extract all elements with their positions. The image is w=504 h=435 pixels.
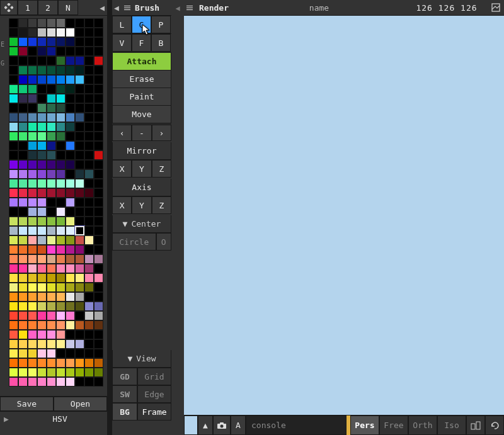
color-swatch[interactable] (66, 65, 75, 75)
color-swatch[interactable] (47, 122, 56, 132)
color-swatch[interactable] (84, 141, 94, 150)
color-swatch[interactable] (47, 37, 56, 47)
color-swatch[interactable] (94, 273, 103, 283)
color-swatch[interactable] (9, 47, 18, 56)
mirror-y-button[interactable]: Y (132, 160, 151, 178)
color-swatch[interactable] (18, 179, 28, 188)
color-swatch[interactable] (75, 217, 84, 226)
color-swatch[interactable] (28, 320, 37, 330)
color-swatch[interactable] (75, 245, 84, 254)
paint-mode-button[interactable]: Paint (112, 88, 171, 106)
color-swatch[interactable] (56, 18, 66, 28)
color-swatch[interactable] (94, 292, 103, 302)
color-swatch[interactable] (28, 330, 37, 339)
color-swatch[interactable] (66, 150, 75, 160)
color-swatch[interactable] (28, 84, 37, 94)
color-swatch[interactable] (75, 179, 84, 188)
color-swatch[interactable] (37, 122, 47, 132)
app-menu-icon[interactable] (0, 0, 18, 15)
color-swatch[interactable] (66, 358, 75, 368)
color-swatch[interactable] (47, 169, 56, 179)
color-swatch[interactable] (37, 283, 47, 292)
color-swatch[interactable] (75, 94, 84, 103)
color-swatch[interactable] (94, 132, 103, 141)
projection-orth-button[interactable]: Orth (408, 415, 437, 435)
color-swatch[interactable] (18, 283, 28, 292)
color-swatch[interactable] (84, 84, 94, 94)
color-swatch[interactable] (47, 302, 56, 311)
color-swatch[interactable] (75, 349, 84, 358)
color-swatch[interactable] (47, 65, 56, 75)
color-swatch[interactable] (28, 103, 37, 113)
view-gd-toggle[interactable]: GD (112, 368, 137, 385)
color-swatch[interactable] (28, 349, 37, 358)
color-swatch[interactable] (47, 292, 56, 302)
color-swatch[interactable] (66, 141, 75, 150)
color-swatch[interactable] (84, 377, 94, 387)
color-swatch[interactable] (84, 160, 94, 169)
color-swatch[interactable] (84, 320, 94, 330)
color-swatch[interactable] (56, 254, 66, 264)
color-swatch[interactable] (28, 94, 37, 103)
color-swatch[interactable] (28, 28, 37, 37)
color-swatch[interactable] (28, 339, 37, 349)
color-swatch[interactable] (18, 122, 28, 132)
color-swatch[interactable] (9, 150, 18, 160)
tools-collapse-right-icon[interactable]: ◀ (171, 4, 184, 13)
color-swatch[interactable] (66, 245, 75, 254)
color-swatch[interactable] (94, 207, 103, 217)
color-swatch[interactable] (84, 65, 94, 75)
color-swatch[interactable] (75, 75, 84, 84)
color-swatch[interactable] (94, 150, 103, 160)
color-swatch[interactable] (28, 37, 37, 47)
color-swatch[interactable] (47, 103, 56, 113)
color-swatch[interactable] (9, 160, 18, 169)
color-swatch[interactable] (9, 103, 18, 113)
color-swatch[interactable] (18, 160, 28, 169)
color-swatch[interactable] (94, 320, 103, 330)
color-swatch[interactable] (75, 320, 84, 330)
color-swatch[interactable] (37, 75, 47, 84)
color-swatch[interactable] (9, 254, 18, 264)
color-swatch[interactable] (28, 311, 37, 320)
color-swatch[interactable] (47, 150, 56, 160)
color-swatch[interactable] (18, 377, 28, 387)
shape-b-button[interactable]: B (151, 34, 171, 52)
color-swatch[interactable] (28, 302, 37, 311)
color-swatch[interactable] (9, 113, 18, 122)
color-swatch[interactable] (9, 377, 18, 387)
color-swatch[interactable] (37, 56, 47, 65)
color-swatch[interactable] (66, 349, 75, 358)
brush-next-button[interactable]: › (152, 125, 171, 141)
color-swatch[interactable] (84, 103, 94, 113)
color-swatch[interactable] (66, 377, 75, 387)
undo-icon[interactable] (485, 415, 504, 435)
color-swatch[interactable] (75, 37, 84, 47)
color-swatch[interactable] (37, 339, 47, 349)
color-swatch[interactable] (56, 245, 66, 254)
color-swatch[interactable] (66, 113, 75, 122)
color-swatch[interactable] (28, 292, 37, 302)
color-swatch[interactable] (94, 65, 103, 75)
color-swatch[interactable] (56, 141, 66, 150)
color-swatch[interactable] (94, 217, 103, 226)
color-swatch[interactable] (28, 207, 37, 217)
color-swatch[interactable] (84, 311, 94, 320)
color-swatch[interactable] (28, 283, 37, 292)
projection-pers-button[interactable]: Pers (350, 415, 379, 435)
color-swatch[interactable] (56, 339, 66, 349)
color-swatch[interactable] (47, 358, 56, 368)
color-swatch[interactable] (84, 132, 94, 141)
brush-prev-button[interactable]: ‹ (112, 125, 132, 141)
color-swatch[interactable] (84, 254, 94, 264)
palette-collapse-icon[interactable]: ◀ (78, 0, 107, 15)
color-swatch[interactable] (28, 150, 37, 160)
color-swatch[interactable] (75, 264, 84, 273)
color-swatch[interactable] (66, 235, 75, 245)
color-swatch[interactable] (18, 141, 28, 150)
shape-p-button[interactable]: P (151, 16, 171, 33)
color-swatch[interactable] (47, 254, 56, 264)
color-swatch[interactable] (9, 320, 18, 330)
open-button[interactable]: Open (54, 397, 107, 411)
color-swatch[interactable] (56, 273, 66, 283)
